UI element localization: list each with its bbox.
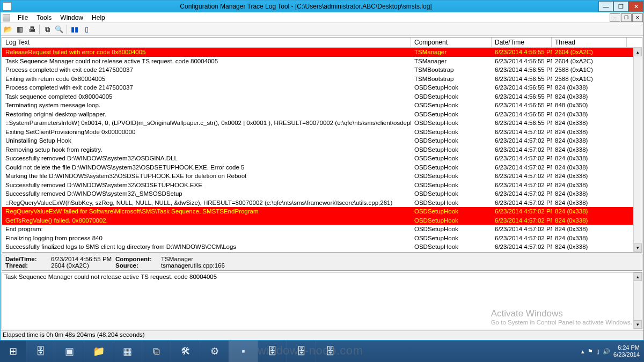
log-row[interactable]: RegQueryValueExW failed for Software\Mic… bbox=[2, 207, 642, 216]
vertical-scrollbar[interactable]: ▴ ▾ bbox=[633, 48, 642, 252]
cell-component: OSDSetupHook bbox=[411, 136, 492, 145]
print-icon[interactable]: 🖶 bbox=[26, 24, 37, 35]
title-bar[interactable]: Configuration Manager Trace Log Tool - [… bbox=[1, 1, 643, 12]
taskbar-powershell-icon[interactable]: ▣ bbox=[55, 341, 84, 362]
cell-datetime: 6/23/2014 4:57:02 PM bbox=[492, 198, 552, 208]
log-row[interactable]: Terminating system message loop.OSDSetup… bbox=[2, 101, 642, 110]
tray-chevron-icon[interactable]: ▴ bbox=[581, 348, 584, 355]
cell-datetime: 6/23/2014 4:56:55 PM bbox=[492, 110, 552, 119]
cell-datetime: 6/23/2014 4:57:02 PM bbox=[492, 136, 552, 145]
menu-tools[interactable]: Tools bbox=[32, 13, 56, 23]
watermark-subtitle: Go to System in Control Panel to activat… bbox=[491, 319, 632, 326]
menu-window[interactable]: Window bbox=[56, 13, 87, 23]
log-row[interactable]: Successfully removed D:\WINDOWS\system32… bbox=[2, 181, 642, 190]
cell-log: ReleaseRequest failed with error code 0x… bbox=[2, 48, 411, 57]
taskbar-item-icon[interactable]: 🛠 bbox=[171, 341, 200, 362]
tray-sound-icon[interactable]: 🔊 bbox=[603, 348, 610, 355]
cell-component: OSDSetupHook bbox=[411, 128, 492, 137]
cell-datetime: 6/23/2014 4:56:55 PM bbox=[492, 75, 552, 84]
log-row[interactable]: Removing setup hook from registry.OSDSet… bbox=[2, 145, 642, 154]
cell-component: OSDSetupHook bbox=[411, 189, 492, 198]
menu-file[interactable]: File bbox=[13, 13, 32, 23]
system-tray[interactable]: ▴ ⚑ ▯ 🔊 6:24 PM 6/23/2014 bbox=[581, 344, 644, 358]
start-button[interactable]: ⊞ bbox=[0, 341, 26, 362]
cell-log: Successfully removed D:\WINDOWS\system32… bbox=[2, 154, 411, 163]
log-row[interactable]: ::SystemParametersInfoW( 0x0014, 0, (LPV… bbox=[2, 119, 642, 128]
log-row[interactable]: Task Sequence Manager could not release … bbox=[2, 57, 642, 66]
cell-thread: 824 (0x338) bbox=[552, 163, 627, 172]
log-row[interactable]: Successfully finalized logs to SMS clien… bbox=[2, 242, 642, 252]
mdi-icon bbox=[3, 14, 10, 21]
taskbar-item-icon[interactable]: ▦ bbox=[113, 341, 142, 362]
close-button[interactable]: ✕ bbox=[628, 1, 643, 12]
cell-datetime: 6/23/2014 4:57:02 PM bbox=[492, 225, 552, 234]
mdi-restore-button[interactable]: ❐ bbox=[621, 13, 632, 22]
log-row[interactable]: Finalizing logging from process 840OSDSe… bbox=[2, 234, 642, 243]
tray-flag-icon[interactable]: ⚑ bbox=[588, 348, 593, 355]
log-row[interactable]: Exiting SetClientProvisioningMode 0x0000… bbox=[2, 128, 642, 137]
taskbar-explorer-icon[interactable]: 📁 bbox=[84, 341, 113, 362]
scroll-up-icon[interactable]: ▴ bbox=[634, 272, 642, 281]
log-row[interactable]: Process completed with exit code 2147500… bbox=[2, 65, 642, 75]
mdi-close-button[interactable]: ✕ bbox=[632, 13, 643, 22]
taskbar-item-icon[interactable]: ⧉ bbox=[142, 341, 171, 362]
log-row[interactable]: Could not delete the file D:\WINDOWS\sys… bbox=[2, 163, 642, 172]
col-component[interactable]: Component bbox=[411, 38, 492, 47]
log-row[interactable]: GetTsRegValue() failed. 0x80070002.OSDSe… bbox=[2, 216, 642, 225]
maximize-button[interactable]: ❐ bbox=[613, 1, 628, 12]
col-log-text[interactable]: Log Text bbox=[2, 38, 411, 47]
clear-icon[interactable]: ▯ bbox=[81, 24, 92, 35]
detail-source-label: Source: bbox=[115, 262, 161, 269]
message-pane[interactable]: Task Sequence Manager could not release … bbox=[2, 272, 642, 330]
log-row[interactable]: Successfully removed D:\WINDOWS\system32… bbox=[2, 154, 642, 163]
cell-component: OSDSetupHook bbox=[411, 198, 492, 208]
log-row[interactable]: Restoring original desktop wallpaper.OSD… bbox=[2, 110, 642, 119]
log-row[interactable]: ::RegQueryValueExW(hSubKey, szReg, NULL,… bbox=[2, 198, 642, 208]
cell-component: OSDSetupHook bbox=[411, 242, 492, 252]
cell-datetime: 6/23/2014 4:57:02 PM bbox=[492, 207, 552, 216]
scroll-down-icon[interactable]: ▾ bbox=[634, 243, 642, 252]
cell-datetime: 6/23/2014 4:57:02 PM bbox=[492, 242, 552, 252]
log-row[interactable]: Exiting with return code 0x80004005TSMBo… bbox=[2, 75, 642, 84]
cell-datetime: 6/23/2014 4:57:02 PM bbox=[492, 163, 552, 172]
detail-datetime: 6/23/2014 4:56:55 PM bbox=[51, 256, 115, 262]
cell-datetime: 6/23/2014 4:57:02 PM bbox=[492, 189, 552, 198]
cell-datetime: 6/23/2014 4:57:02 PM bbox=[492, 128, 552, 137]
menu-help[interactable]: Help bbox=[87, 13, 109, 23]
log-row[interactable]: ReleaseRequest failed with error code 0x… bbox=[2, 48, 642, 57]
log-row[interactable]: Successfully removed D:\WINDOWS\system32… bbox=[2, 189, 642, 198]
col-datetime[interactable]: Date/Time bbox=[492, 38, 552, 47]
tray-network-icon[interactable]: ▯ bbox=[596, 348, 599, 355]
cell-thread: 824 (0x338) bbox=[552, 198, 627, 208]
taskbar-server-manager-icon[interactable]: 🗄 bbox=[26, 341, 55, 362]
copy-icon[interactable]: ⧉ bbox=[42, 24, 53, 35]
find-icon[interactable]: 🔍 bbox=[54, 24, 64, 35]
cell-component: OSDSetupHook bbox=[411, 163, 492, 172]
grid-body[interactable]: ReleaseRequest failed with error code 0x… bbox=[2, 48, 642, 252]
cell-datetime: 6/23/2014 4:57:02 PM bbox=[492, 145, 552, 154]
log-row[interactable]: End program: OSDSetupHook6/23/2014 4:57:… bbox=[2, 225, 642, 234]
sheet-icon[interactable]: ▥ bbox=[14, 24, 25, 35]
scroll-up-icon[interactable]: ▴ bbox=[634, 48, 642, 56]
cell-thread: 824 (0x338) bbox=[552, 110, 627, 119]
minimize-button[interactable]: — bbox=[598, 1, 613, 12]
taskbar-item-icon[interactable]: ⚙ bbox=[200, 341, 229, 362]
log-row[interactable]: Marking the file D:\WINDOWS\system32\OSD… bbox=[2, 172, 642, 181]
scroll-down-icon[interactable]: ▾ bbox=[634, 320, 642, 329]
cell-thread: 824 (0x338) bbox=[552, 154, 627, 163]
taskbar-cmtrace-icon[interactable]: ▪ bbox=[229, 341, 258, 362]
col-thread[interactable]: Thread bbox=[552, 38, 627, 47]
cell-component: OSDSetupHook bbox=[411, 92, 492, 101]
cell-datetime: 6/23/2014 4:56:55 PM bbox=[492, 83, 552, 92]
log-row[interactable]: Task sequence completed 0x80004005OSDSet… bbox=[2, 92, 642, 101]
mdi-minimize-button[interactable]: – bbox=[610, 13, 620, 22]
status-bar: Elapsed time is 0h 0m 48s 204ms (48.204 … bbox=[1, 330, 643, 340]
tray-clock[interactable]: 6:24 PM 6/23/2014 bbox=[613, 344, 640, 358]
pause-icon[interactable]: ▮▮ bbox=[69, 24, 80, 35]
vertical-scrollbar[interactable]: ▴ ▾ bbox=[633, 272, 642, 329]
log-row[interactable]: Uninstalling Setup HookOSDSetupHook6/23/… bbox=[2, 136, 642, 145]
watermark-title: Activate Windows bbox=[491, 308, 632, 319]
cell-datetime: 6/23/2014 4:57:02 PM bbox=[492, 172, 552, 181]
log-row[interactable]: Process completed with exit code 2147500… bbox=[2, 83, 642, 92]
open-icon[interactable]: 📂 bbox=[3, 24, 13, 35]
